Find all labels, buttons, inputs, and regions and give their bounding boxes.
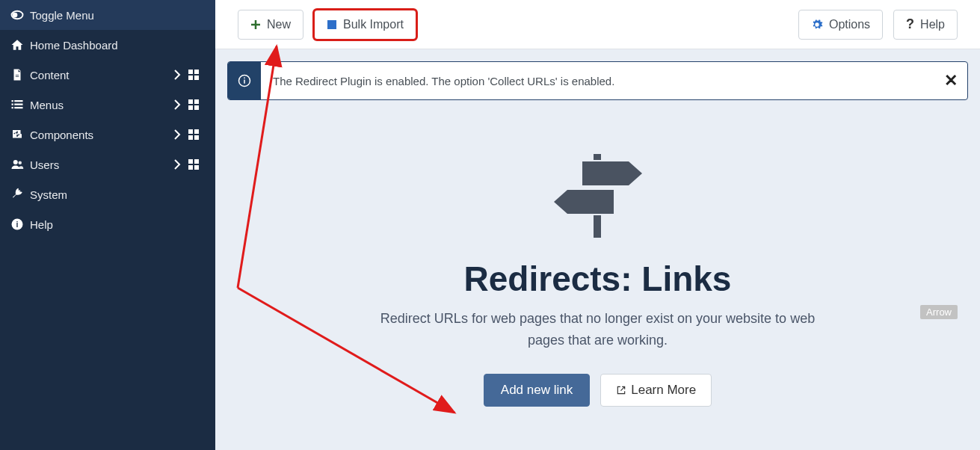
add-new-link-button[interactable]: Add new link xyxy=(484,374,590,407)
svg-rect-4 xyxy=(188,75,193,80)
main: New Bulk Import Options ? Help The Redir… xyxy=(215,0,980,450)
sidebar-item-label: Components xyxy=(30,129,173,141)
svg-rect-9 xyxy=(14,104,22,105)
content-icon xyxy=(10,68,30,81)
svg-rect-33 xyxy=(594,215,601,238)
toolbar: New Bulk Import Options ? Help xyxy=(215,0,980,49)
svg-rect-23 xyxy=(194,159,199,164)
bulk-import-button[interactable]: Bulk Import xyxy=(314,10,416,40)
home-icon xyxy=(10,38,30,52)
square-icon xyxy=(327,19,337,30)
svg-rect-15 xyxy=(194,105,199,110)
learn-more-button[interactable]: Learn More xyxy=(600,374,712,407)
grid-icon[interactable] xyxy=(188,129,205,140)
sidebar-item-label: Content xyxy=(30,69,173,81)
sidebar-item-system[interactable]: System xyxy=(0,179,215,209)
svg-rect-5 xyxy=(194,75,199,80)
info-icon xyxy=(228,62,261,99)
sidebar: Toggle Menu Home Dashboard Content Menus… xyxy=(0,0,215,450)
arrow-badge: Arrow xyxy=(920,305,958,319)
svg-rect-12 xyxy=(188,99,193,104)
external-link-icon xyxy=(616,385,626,395)
chevron-right-icon xyxy=(173,129,188,140)
signpost-icon xyxy=(227,148,968,245)
sidebar-item-users[interactable]: Users xyxy=(0,150,215,179)
svg-rect-24 xyxy=(188,165,193,170)
options-label: Options xyxy=(829,18,870,31)
help-label: Help xyxy=(920,18,945,31)
svg-point-1 xyxy=(13,13,18,18)
svg-rect-30 xyxy=(244,80,245,84)
sidebar-item-components[interactable]: Components xyxy=(0,120,215,150)
help-icon: i xyxy=(10,218,30,231)
svg-text:i: i xyxy=(16,220,19,229)
grid-icon[interactable] xyxy=(188,159,205,170)
components-icon xyxy=(10,128,30,141)
svg-rect-28 xyxy=(327,20,336,29)
sidebar-item-label: Users xyxy=(30,158,173,171)
bulk-import-label: Bulk Import xyxy=(343,18,404,31)
help-button[interactable]: ? Help xyxy=(893,10,958,40)
info-alert: The Redirect Plugin is enabled. The opti… xyxy=(227,61,968,100)
gear-icon xyxy=(811,19,823,31)
page-description: Redirect URLs for web pages that no long… xyxy=(374,308,822,351)
svg-point-21 xyxy=(19,161,22,165)
svg-rect-8 xyxy=(12,104,13,105)
new-button-label: New xyxy=(267,18,291,31)
svg-rect-13 xyxy=(194,99,199,104)
new-button[interactable]: New xyxy=(238,10,303,40)
sidebar-item-content[interactable]: Content xyxy=(0,60,215,90)
question-icon: ? xyxy=(906,16,914,32)
sidebar-item-menus[interactable]: Menus xyxy=(0,90,215,120)
grid-icon[interactable] xyxy=(188,70,205,80)
svg-rect-32 xyxy=(594,154,601,160)
svg-rect-14 xyxy=(188,105,193,110)
system-icon xyxy=(10,188,30,201)
add-new-link-label: Add new link xyxy=(501,383,573,398)
sidebar-item-toggle-menu[interactable]: Toggle Menu xyxy=(0,0,215,30)
svg-rect-25 xyxy=(194,165,199,170)
chevron-right-icon xyxy=(173,99,188,110)
sidebar-item-label: Home Dashboard xyxy=(30,39,205,52)
sidebar-item-label: System xyxy=(30,188,205,201)
content-area: The Redirect Plugin is enabled. The opti… xyxy=(215,49,980,450)
svg-rect-6 xyxy=(12,100,13,102)
chevron-right-icon xyxy=(173,70,188,80)
svg-rect-31 xyxy=(244,78,245,79)
svg-rect-18 xyxy=(188,135,193,140)
users-icon xyxy=(10,158,30,171)
sidebar-item-home[interactable]: Home Dashboard xyxy=(0,30,215,60)
sidebar-item-help[interactable]: i Help xyxy=(0,209,215,239)
alert-text: The Redirect Plugin is enabled. The opti… xyxy=(261,62,934,99)
sidebar-item-label: Toggle Menu xyxy=(30,9,205,22)
toggle-icon xyxy=(10,8,30,22)
svg-rect-2 xyxy=(188,70,193,74)
svg-rect-19 xyxy=(194,135,199,140)
svg-rect-7 xyxy=(14,100,22,102)
sidebar-item-label: Menus xyxy=(30,99,173,111)
menus-icon xyxy=(10,98,30,111)
chevron-right-icon xyxy=(173,159,188,170)
page-title: Redirects: Links xyxy=(227,259,968,299)
svg-rect-11 xyxy=(14,107,22,108)
sidebar-item-label: Help xyxy=(30,218,205,231)
alert-close-button[interactable]: ✕ xyxy=(934,62,967,99)
svg-rect-10 xyxy=(12,107,13,108)
learn-more-label: Learn More xyxy=(631,383,696,398)
options-button[interactable]: Options xyxy=(798,10,883,40)
svg-rect-17 xyxy=(194,129,199,134)
plus-icon xyxy=(250,19,261,30)
svg-point-20 xyxy=(13,160,18,164)
grid-icon[interactable] xyxy=(188,99,205,110)
svg-rect-22 xyxy=(188,159,193,164)
svg-rect-3 xyxy=(194,70,199,74)
hero-buttons: Add new link Learn More xyxy=(227,374,968,407)
svg-rect-16 xyxy=(188,129,193,134)
hero: Redirects: Links Redirect URLs for web p… xyxy=(227,115,968,407)
